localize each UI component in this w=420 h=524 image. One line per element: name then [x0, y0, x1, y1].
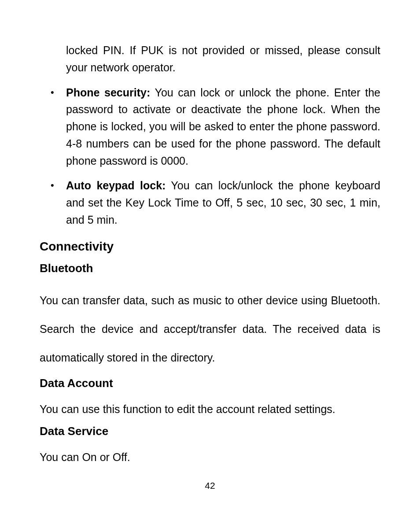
page-number: 42: [0, 480, 420, 491]
bullet-title: Auto keypad lock:: [66, 179, 166, 192]
paragraph-bluetooth: You can transfer data, such as music to …: [40, 286, 380, 372]
bullet-content: Auto keypad lock: You can lock/unlock th…: [66, 177, 380, 228]
bullet-dot-icon: •: [40, 84, 66, 170]
continuation-paragraph: locked PIN. If PUK is not provided or mi…: [66, 42, 380, 76]
bullet-title: Phone security:: [66, 86, 150, 99]
paragraph-data-account: You can use this function to edit the ac…: [40, 401, 380, 418]
paragraph-data-service: You can On or Off.: [40, 449, 380, 466]
heading-connectivity: Connectivity: [40, 240, 380, 254]
heading-data-account: Data Account: [40, 376, 380, 390]
bullet-dot-icon: •: [40, 177, 66, 228]
bullet-auto-keypad-lock: • Auto keypad lock: You can lock/unlock …: [40, 177, 380, 228]
heading-bluetooth: Bluetooth: [40, 262, 380, 275]
bullet-content: Phone security: You can lock or unlock t…: [66, 84, 380, 170]
heading-data-service: Data Service: [40, 424, 380, 438]
bullet-phone-security: • Phone security: You can lock or unlock…: [40, 84, 380, 170]
